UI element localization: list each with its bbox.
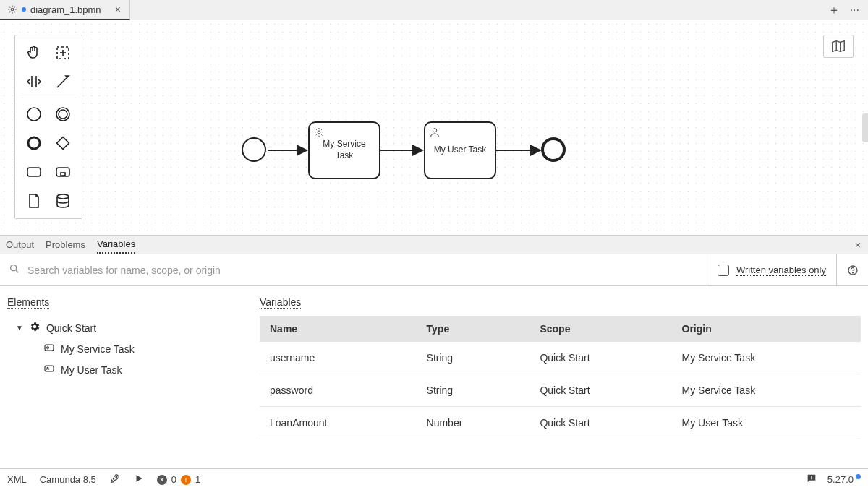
- user-icon: [429, 126, 441, 138]
- bpmn-diagram: My Service Task My User Task: [0, 20, 868, 235]
- cell-type: String: [417, 342, 530, 374]
- svg-point-31: [47, 367, 48, 369]
- written-only-label: Written variables only: [736, 265, 826, 276]
- tree-child-label: My Service Task: [61, 343, 135, 355]
- cell-type: Number: [417, 407, 530, 439]
- error-badge-icon: ✕: [157, 475, 167, 485]
- cell-scope: Quick Start: [529, 374, 671, 407]
- gear-icon: [313, 126, 325, 138]
- bpmn-file-icon: [7, 4, 17, 14]
- search-icon: [9, 263, 20, 277]
- user-task-node[interactable]: My User Task: [424, 121, 496, 179]
- service-task-node[interactable]: My Service Task: [308, 121, 380, 179]
- run-button[interactable]: [134, 473, 144, 486]
- error-count: 0: [171, 474, 176, 485]
- svg-rect-35: [811, 478, 812, 479]
- engine-selector[interactable]: Camunda 8.5: [40, 474, 96, 485]
- file-tab[interactable]: diagram_1.bpmn ×: [0, 0, 130, 20]
- cell-origin: My User Task: [672, 407, 861, 439]
- variables-table: Name Type Scope Origin username String Q…: [260, 316, 861, 439]
- dirty-indicator-icon: [22, 7, 26, 12]
- col-type[interactable]: Type: [417, 316, 530, 342]
- cell-name: username: [260, 342, 417, 374]
- cell-name: LoanAmount: [260, 407, 417, 439]
- deploy-button[interactable]: [109, 473, 121, 486]
- svg-rect-34: [811, 476, 812, 478]
- svg-point-27: [852, 272, 853, 272]
- cell-scope: Quick Start: [529, 407, 671, 439]
- cell-scope: Quick Start: [529, 342, 671, 374]
- table-row[interactable]: password String Quick Start My Service T…: [260, 374, 861, 407]
- svg-rect-30: [45, 366, 54, 371]
- svg-point-29: [47, 347, 49, 349]
- variables-panel-body: Elements ▼ Quick Start My Service Task M…: [0, 286, 868, 468]
- variables-heading: Variables: [260, 296, 301, 309]
- table-row[interactable]: username String Quick Start My Service T…: [260, 342, 861, 374]
- close-panel-icon[interactable]: ×: [855, 239, 861, 251]
- cell-name: password: [260, 374, 417, 407]
- table-row[interactable]: LoanAmount Number Quick Start My User Ta…: [260, 407, 861, 439]
- start-event-node[interactable]: [242, 137, 266, 162]
- svg-point-24: [11, 265, 17, 271]
- user-task-label: My User Task: [434, 145, 486, 156]
- chevron-down-icon: ▼: [16, 324, 23, 332]
- elements-tree: Elements ▼ Quick Start My Service Task M…: [0, 286, 257, 468]
- service-task-label: My Service Task: [314, 139, 375, 161]
- version-text: 5.27.0: [827, 474, 854, 485]
- status-bar: XML Camunda 8.5 ✕ 0 ! 1 5.27.0: [0, 468, 868, 490]
- tab-menu-button[interactable]: ···: [850, 4, 859, 16]
- tab-variables[interactable]: Variables: [97, 236, 135, 254]
- feedback-button[interactable]: [806, 473, 817, 486]
- elements-heading: Elements: [7, 296, 49, 309]
- svg-point-32: [116, 476, 117, 478]
- svg-line-25: [16, 270, 18, 272]
- bottom-panel-tabs: Output Problems Variables ×: [0, 236, 868, 254]
- warning-badge-icon: !: [181, 475, 191, 485]
- problem-counts[interactable]: ✕ 0 ! 1: [157, 474, 200, 485]
- variables-toolbar: Written variables only: [0, 254, 868, 286]
- cell-origin: My Service Task: [672, 342, 861, 374]
- tab-bar: diagram_1.bpmn × ＋ ···: [0, 0, 868, 20]
- close-icon[interactable]: ×: [114, 4, 122, 14]
- end-event-node[interactable]: [541, 137, 566, 162]
- checkbox-icon: [718, 265, 729, 276]
- tree-child-label: My User Task: [61, 364, 122, 376]
- search-input[interactable]: [27, 265, 698, 276]
- cell-type: String: [417, 374, 530, 407]
- new-tab-button[interactable]: ＋: [828, 4, 840, 16]
- user-task-icon: [43, 363, 55, 377]
- variables-table-pane: Variables Name Type Scope Origin usernam…: [257, 286, 868, 468]
- warning-count: 1: [195, 474, 200, 485]
- service-task-icon: [43, 342, 55, 356]
- svg-marker-33: [136, 475, 142, 481]
- gear-icon: [29, 321, 41, 335]
- version-label[interactable]: 5.27.0: [827, 474, 861, 485]
- written-only-toggle[interactable]: Written variables only: [707, 254, 836, 285]
- xml-toggle[interactable]: XML: [7, 474, 27, 485]
- svg-point-22: [318, 131, 320, 134]
- update-dot-icon: [856, 474, 861, 479]
- col-scope[interactable]: Scope: [529, 316, 671, 342]
- svg-point-0: [11, 8, 14, 11]
- tree-child-node[interactable]: My Service Task: [7, 338, 250, 359]
- tree-root-label: Quick Start: [46, 322, 96, 334]
- col-origin[interactable]: Origin: [672, 316, 861, 342]
- diagram-canvas[interactable]: My Service Task My User Task: [0, 20, 868, 236]
- tab-problems[interactable]: Problems: [46, 236, 85, 253]
- tree-child-node[interactable]: My User Task: [7, 359, 250, 380]
- col-name[interactable]: Name: [260, 316, 417, 342]
- help-button[interactable]: [836, 254, 868, 285]
- tree-root-node[interactable]: ▼ Quick Start: [7, 317, 250, 338]
- file-tab-title: diagram_1.bpmn: [30, 4, 101, 15]
- svg-point-23: [433, 129, 436, 132]
- tab-output[interactable]: Output: [6, 236, 34, 253]
- cell-origin: My Service Task: [672, 374, 861, 407]
